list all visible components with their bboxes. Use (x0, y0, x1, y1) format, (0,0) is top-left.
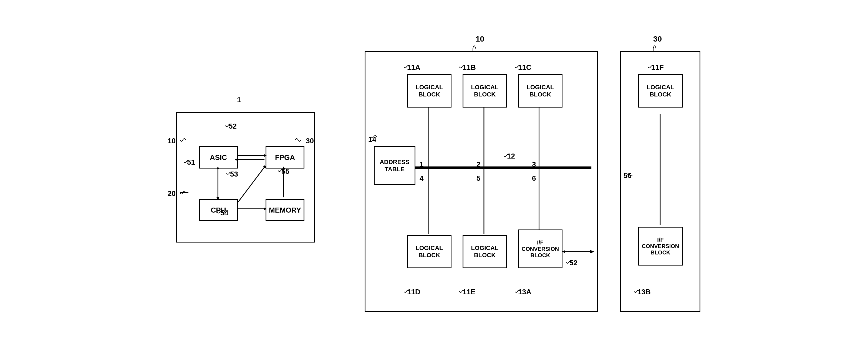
lb-11F-label: LOGICAL BLOCK (647, 84, 674, 98)
squiggle-10-right (465, 40, 487, 51)
squiggle-55 (278, 168, 286, 173)
if-13A-label: I/F CONVERSION BLOCK (522, 240, 559, 258)
conn-4: 4 (420, 174, 424, 183)
lb-11F: LOGICAL BLOCK (638, 74, 683, 108)
lb-11A: LOGICAL BLOCK (407, 74, 452, 108)
if-13B-label: I/F CONVERSION BLOCK (642, 237, 679, 256)
right-sep-outer-box: 11F LOGICAL BLOCK 56 13B I/F C (620, 51, 701, 312)
squiggle-11B (459, 64, 468, 70)
squiggle-52 (225, 123, 234, 128)
squiggle-12 (504, 153, 512, 158)
lb-11B-label: LOGICAL BLOCK (471, 84, 499, 98)
squiggle-20 (172, 188, 188, 197)
address-table-label: ADDRESS TABLE (380, 159, 410, 173)
lb-11A-label: LOGICAL BLOCK (416, 84, 443, 98)
conn-5: 5 (476, 174, 480, 183)
lb-11E: LOGICAL BLOCK (463, 235, 507, 268)
memory-block: MEMORY (266, 199, 304, 221)
squiggle-13B (634, 288, 642, 294)
right-outer-box: 14 ADDRESS TABLE 1 2 3 4 5 6 12 (365, 51, 598, 312)
right-main-diagram: 10 (359, 35, 603, 317)
squiggle-51 (184, 159, 192, 164)
squiggle-30-left (292, 136, 309, 144)
right-section: 10 (359, 35, 703, 317)
address-table: ADDRESS TABLE (374, 146, 415, 185)
squiggle-11C (515, 64, 523, 70)
squiggle-11F (648, 64, 656, 70)
left-diagram: 1 ASIC FPGA CPU MEMORY (165, 96, 326, 256)
conn-2: 2 (476, 160, 480, 169)
arrows-svg (177, 113, 314, 242)
squiggle-56 (627, 172, 635, 178)
squiggle-11A (404, 64, 412, 70)
left-outer-box: ASIC FPGA CPU MEMORY (176, 112, 315, 243)
lb-11B: LOGICAL BLOCK (463, 74, 507, 108)
squiggle-53 (226, 171, 235, 176)
squiggle-11E (459, 288, 468, 294)
if-13B-block: I/F CONVERSION BLOCK (638, 227, 683, 266)
squiggle-54 (217, 209, 225, 215)
lb-11D: LOGICAL BLOCK (407, 235, 452, 268)
squiggle-10 (172, 136, 188, 144)
squiggle-52-right (566, 259, 575, 265)
squiggle-13A (515, 288, 523, 294)
conn-1: 1 (420, 160, 424, 169)
main-container: 1 ASIC FPGA CPU MEMORY (165, 35, 703, 317)
squiggle-11D (404, 288, 412, 294)
squiggle-30-right (648, 40, 664, 51)
lb-11C: LOGICAL BLOCK (518, 74, 562, 108)
svg-marker-26 (590, 250, 594, 253)
asic-block: ASIC (199, 146, 238, 169)
lb-11C-label: LOGICAL BLOCK (527, 84, 554, 98)
if-arrow-right (562, 243, 601, 260)
fpga-block: FPGA (266, 146, 304, 169)
svg-line-7 (237, 168, 264, 203)
right-separate-diagram: 30 11F LOGICAL BLOCK 56 (620, 35, 703, 317)
conn-6: 6 (532, 174, 536, 183)
if-13A-block: I/F CONVERSION BLOCK (518, 230, 562, 268)
conn-3: 3 (532, 160, 536, 169)
lb-11E-label: LOGICAL BLOCK (471, 244, 499, 259)
svg-marker-28 (562, 250, 565, 253)
lb-11D-label: LOGICAL BLOCK (416, 244, 443, 259)
squiggle-14 (371, 134, 379, 139)
ref-1: 1 (237, 96, 241, 104)
